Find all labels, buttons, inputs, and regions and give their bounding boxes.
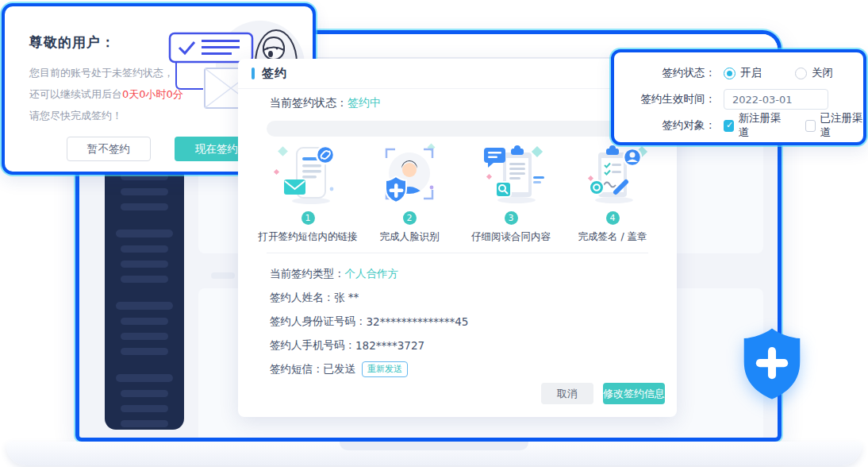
radio-unselected-icon[interactable] <box>795 68 807 79</box>
phone-sms-link-icon <box>270 141 346 208</box>
status-on-radio[interactable]: 开启 <box>724 66 762 80</box>
step-read-contract: 3 仔细阅读合同内容 <box>460 141 562 244</box>
shield-plus-icon <box>739 325 805 403</box>
modal-divider <box>267 253 648 253</box>
signing-steps: 1 打开签约短信内的链接 <box>257 141 663 244</box>
sign-type-row: 当前签约类型：个人合作方 <box>270 262 468 286</box>
step-open-sms-link: 1 打开签约短信内的链接 <box>257 141 359 244</box>
decorative-track-bar <box>267 121 652 137</box>
target-registered-checkbox[interactable]: 已注册渠道 <box>805 111 863 140</box>
sms-status-row: 签约短信：已发送 重新发送 <box>270 357 468 381</box>
resend-sms-button[interactable]: 重新发送 <box>362 361 408 377</box>
step-number: 1 <box>301 211 315 225</box>
target-registered-label: 已注册渠道 <box>820 111 864 140</box>
signature-seal-icon <box>574 141 651 208</box>
signer-phone-row: 签约人手机号码：182****3727 <box>270 334 468 357</box>
signer-details: 当前签约类型：个人合作方 签约人姓名：张 ** 签约人身份证号码：32*****… <box>270 262 468 381</box>
status-on-label: 开启 <box>740 66 762 80</box>
sign-target-row: 签约对象： 新注册渠道 已注册渠道 <box>614 115 863 136</box>
modify-sign-info-button[interactable]: 修改签约信息 <box>603 383 665 404</box>
effective-time-row: 签约生效时间： <box>614 89 863 110</box>
sign-status-label: 签约状态： <box>614 66 716 80</box>
title-accent-bar <box>252 68 255 79</box>
step-label: 打开签约短信内的链接 <box>257 230 359 244</box>
checkbox-unchecked-icon[interactable] <box>805 120 816 132</box>
face-recognition-icon <box>371 141 447 208</box>
modal-footer: 取消 修改签约信息 <box>541 383 665 404</box>
status-off-label: 关闭 <box>812 66 833 80</box>
effective-time-input[interactable] <box>724 89 828 110</box>
sign-later-button[interactable]: 暂不签约 <box>67 137 151 161</box>
signer-name-row: 签约人姓名：张 ** <box>270 286 468 310</box>
modal-title: 签约 <box>262 66 287 81</box>
content-skeleton-pill <box>211 272 235 279</box>
sign-target-label: 签约对象： <box>614 118 716 133</box>
cancel-button[interactable]: 取消 <box>541 383 593 404</box>
status-off-radio[interactable]: 关闭 <box>795 66 833 80</box>
step-label: 仔细阅读合同内容 <box>460 230 562 244</box>
signer-name-value: 张 ** <box>334 291 359 305</box>
sign-settings-panel: 签约状态： 开启 关闭 签约生效时间： 签约对象： 新注册渠道 已注册渠道 <box>611 49 866 145</box>
radio-selected-icon[interactable] <box>724 68 735 79</box>
step-number: 2 <box>403 211 417 225</box>
shield-plus-badge <box>739 325 805 406</box>
current-sign-status: 当前签约状态：签约中 <box>270 96 381 110</box>
step-face-recognition: 2 完成人脸识别 <box>359 141 460 244</box>
step-label: 完成签名 / 盖章 <box>562 230 663 244</box>
step-number: 4 <box>606 211 620 225</box>
contract-read-icon <box>473 141 549 208</box>
effective-time-label: 签约生效时间： <box>614 92 716 106</box>
step-number: 3 <box>505 211 518 225</box>
status-value: 签约中 <box>348 96 381 109</box>
signer-id-value: 32**************45 <box>367 315 469 328</box>
notice-title: 尊敬的用户： <box>29 33 115 52</box>
page: 尊敬的用户： 您目前的账号处于未签约状态， 还可以继续试用后台0天0小时0分 请… <box>0 0 868 467</box>
sign-type-value: 个人合作方 <box>345 267 399 281</box>
step-sign-seal: 4 完成签名 / 盖章 <box>562 141 663 244</box>
laptop-base-notch <box>340 442 528 450</box>
target-new-checkbox[interactable]: 新注册渠道 <box>724 111 782 140</box>
sign-status-row: 签约状态： 开启 关闭 <box>614 63 863 83</box>
signer-id-row: 签约人身份证号码：32**************45 <box>270 310 468 334</box>
sms-status-value: 已发送 <box>324 362 356 376</box>
checkbox-checked-icon[interactable] <box>724 120 734 132</box>
signer-phone-value: 182****3727 <box>355 339 424 352</box>
target-new-label: 新注册渠道 <box>739 111 782 140</box>
step-label: 完成人脸识别 <box>359 230 460 244</box>
